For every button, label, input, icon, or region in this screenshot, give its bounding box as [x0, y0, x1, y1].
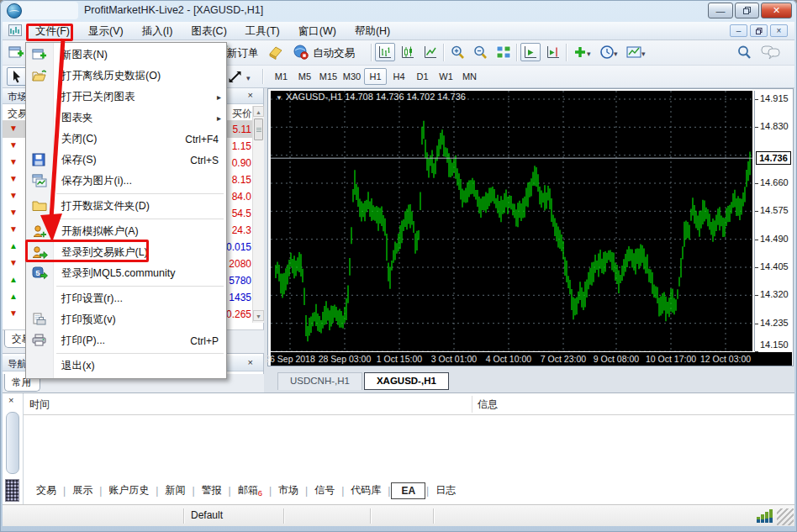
- autotrade-button[interactable]: 自动交易: [313, 46, 355, 61]
- zoom-out-button[interactable]: [470, 43, 490, 61]
- terminal-tab-3[interactable]: 新闻: [159, 481, 191, 500]
- menu-item-label: 打印设置(r)...: [61, 292, 123, 306]
- arrow-down-icon: ▼: [9, 208, 18, 217]
- arrow-up-icon: ▲: [9, 292, 18, 301]
- restore-button[interactable]: [735, 3, 759, 18]
- file-menu-item-14[interactable]: 退出(x): [26, 356, 226, 377]
- price-value: 1.15: [232, 140, 251, 152]
- history-center-icon[interactable]: [266, 43, 286, 61]
- new-order-button[interactable]: 新订单: [227, 46, 259, 61]
- timeframe-m1-button[interactable]: M1: [270, 68, 293, 85]
- price-tick: [755, 99, 758, 100]
- mdi-close-button[interactable]: ×: [770, 24, 788, 37]
- terminal-tab-2[interactable]: 账户历史: [103, 481, 155, 500]
- candlestick-mode-button[interactable]: [398, 43, 418, 61]
- search-icon: [736, 45, 752, 60]
- file-menu-item-11[interactable]: 打印设置(r)...: [26, 288, 226, 309]
- terminal-tab-9[interactable]: EA: [391, 482, 425, 499]
- menubar-item-3[interactable]: 图表(C): [182, 22, 235, 40]
- timeframe-m15-button[interactable]: M15: [317, 68, 340, 85]
- timeframe-h1-button[interactable]: H1: [364, 68, 387, 85]
- timeframe-h4-button[interactable]: H4: [388, 68, 410, 85]
- market-watch-scrollbar[interactable]: ▲ ▼: [252, 106, 264, 323]
- crosshair-dropdown[interactable]: ▾: [246, 74, 251, 82]
- file-menu-item-10[interactable]: 5登录到MQL5.community: [26, 263, 226, 284]
- arrow-down-icon: ▼: [9, 308, 18, 318]
- cursor-button[interactable]: [7, 67, 27, 86]
- timeframe-m30-button[interactable]: M30: [340, 68, 363, 85]
- price-label: 14.830: [760, 121, 789, 131]
- terminal-tab-0[interactable]: 交易: [30, 481, 62, 500]
- clock-icon: [599, 45, 615, 60]
- price-tick: [755, 267, 758, 268]
- mdi-minimize-button[interactable]: –: [730, 24, 747, 37]
- terminal-drag-strip[interactable]: [6, 412, 19, 474]
- chart-collapse-icon[interactable]: ▼: [276, 94, 282, 102]
- arrow-down-icon: ▼: [9, 124, 18, 133]
- mdi-restore-button[interactable]: [750, 24, 768, 37]
- scrollbar-thumb[interactable]: [254, 119, 263, 140]
- chart-tab-usdcnhh1[interactable]: USDCNH-,H1: [277, 372, 362, 390]
- terminal-tab-5[interactable]: 邮箱6: [232, 481, 268, 500]
- terminal-tab-10[interactable]: 日志: [430, 481, 462, 500]
- terminal-tab-6[interactable]: 市场: [272, 481, 304, 500]
- tile-windows-button[interactable]: [494, 43, 514, 61]
- menubar-item-2[interactable]: 插入(I): [133, 22, 182, 40]
- timeframe-d1-button[interactable]: D1: [411, 68, 434, 85]
- column-time[interactable]: 时间: [29, 398, 50, 412]
- chat-button[interactable]: [759, 43, 783, 61]
- scroll-up-icon[interactable]: ▲: [253, 106, 264, 117]
- chart-shift-button[interactable]: [543, 43, 563, 61]
- templates-dropdown[interactable]: ▾: [641, 50, 646, 58]
- price-value: 24.3: [232, 224, 251, 236]
- timeframe-mn-button[interactable]: MN: [458, 68, 481, 85]
- file-menu-item-12[interactable]: 打印预览(v): [26, 309, 226, 330]
- new-chart-button[interactable]: [6, 43, 26, 61]
- terminal-close-icon[interactable]: ×: [8, 395, 13, 405]
- chart-plot[interactable]: ▼XAGUSD-,H1 14.708 14.736 14.702 14.736: [271, 91, 752, 351]
- terminal-tab-1[interactable]: 展示: [66, 481, 98, 500]
- timeframe-w1-button[interactable]: W1: [435, 68, 457, 85]
- menubar-item-1[interactable]: 显示(V): [79, 22, 133, 40]
- autotrade-icon: [292, 43, 310, 61]
- auto-scroll-button[interactable]: [520, 43, 541, 61]
- profile-label[interactable]: Default: [191, 509, 223, 521]
- search-button[interactable]: [734, 43, 754, 61]
- market-watch-close-icon[interactable]: ×: [248, 90, 253, 100]
- arrow-down-icon: ▼: [9, 191, 18, 200]
- line-chart-mode-button[interactable]: [420, 43, 441, 61]
- terminal-dock-handle[interactable]: [5, 479, 19, 502]
- scroll-down-icon[interactable]: ▼: [253, 310, 264, 321]
- resize-grip[interactable]: [777, 508, 794, 525]
- price-value: 84.0: [232, 191, 251, 203]
- zoom-in-icon: [450, 45, 465, 60]
- file-menu-item-13[interactable]: 打印(P)...Ctrl+P: [26, 330, 226, 351]
- bar-chart-mode-button[interactable]: [375, 43, 395, 61]
- menubar-item-4[interactable]: 工具(T): [236, 22, 289, 40]
- periods-dropdown[interactable]: ▾: [614, 50, 618, 58]
- close-button[interactable]: ✕: [761, 3, 792, 18]
- restore-icon: [743, 7, 751, 14]
- chart-tab-xagusdh1[interactable]: XAGUSD-,H1: [364, 372, 449, 390]
- navigator-close-icon[interactable]: ×: [248, 357, 253, 367]
- menubar-item-5[interactable]: 窗口(W): [289, 22, 346, 40]
- window-title: ProfitMarketHK-Live2 - [XAGUSD-,H1]: [84, 4, 263, 16]
- indicators-dropdown[interactable]: ▾: [587, 50, 591, 58]
- crosshair-button[interactable]: [224, 67, 245, 86]
- timeframe-m5-button[interactable]: M5: [293, 68, 316, 85]
- menubar-items: 文件(F)显示(V)插入(I)图表(C)工具(T)窗口(W)帮助(H): [26, 22, 399, 40]
- time-scale: 26 Sep 201828 Sep 03:001 Oct 15:003 Oct …: [271, 352, 792, 366]
- terminal-tab-4[interactable]: 警报: [196, 481, 228, 500]
- bar-chart-icon: [377, 45, 393, 60]
- terminal-tab-7[interactable]: 信号: [309, 481, 340, 500]
- unread-badge: 6: [258, 488, 262, 498]
- zoom-in-button[interactable]: [447, 43, 467, 61]
- new-chart-icon: [8, 45, 24, 60]
- terminal-tab-8[interactable]: 代码库: [345, 481, 387, 500]
- column-message[interactable]: 信息: [478, 398, 498, 412]
- minimize-button[interactable]: —: [708, 3, 733, 18]
- price-tick: [755, 127, 758, 128]
- menubar-item-6[interactable]: 帮助(H): [346, 22, 399, 40]
- column-buy[interactable]: 买价: [232, 107, 252, 121]
- arrow-down-icon: ▼: [9, 174, 18, 183]
